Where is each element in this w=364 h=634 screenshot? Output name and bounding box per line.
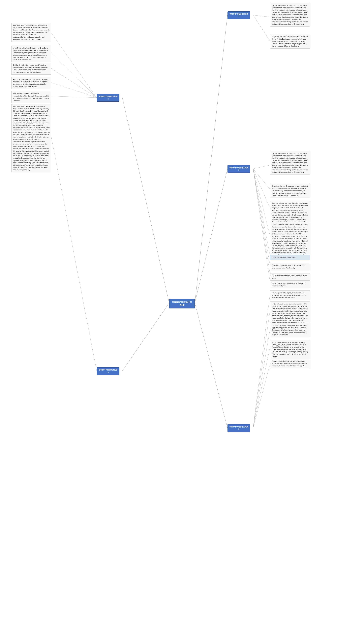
svg-line-2 xyxy=(195,169,228,303)
svg-line-22 xyxy=(253,309,270,428)
svg-line-19 xyxy=(253,169,270,282)
text-box-r11: How many yesterday is past, tomorrow's o… xyxy=(270,290,310,300)
svg-line-16 xyxy=(253,169,270,256)
mid-node-3: 学校青年节活动作文英语3 xyxy=(228,165,250,173)
text-box-r13: The college entrance examination will be… xyxy=(270,323,310,337)
text-box-l2: In 1915 young intellectuals inspired by … xyxy=(12,46,51,62)
svg-line-4 xyxy=(195,303,228,428)
text-box-r8: If you want to the youth without regret,… xyxy=(270,263,310,270)
mid-node-4: 学校青年节活动作文英语4 xyxy=(97,367,120,375)
text-box-l4: After more than a month of demonstration… xyxy=(12,77,51,89)
svg-line-8 xyxy=(51,53,97,98)
text-box-r15: Youth is a beautiful song, how many stor… xyxy=(270,359,310,368)
text-box-r7-highlight: We should not let the youth regret. xyxy=(270,255,310,260)
mid-node-1: 学校青年节活动作文英语1 xyxy=(228,12,250,19)
central-node: 学校青年节活动作文英语5篇 xyxy=(169,299,195,308)
svg-line-6 xyxy=(253,15,270,41)
text-box-r3: Chinese Youth's Day is on May 4th, it is… xyxy=(270,151,310,175)
text-box-l3: On May 4, 1919, reformist zeal found foc… xyxy=(12,63,51,75)
text-box-l6: The classmates! Today is May 4 "May 4th … xyxy=(12,104,51,172)
svg-line-18 xyxy=(253,169,270,275)
text-box-r6: This is a profound great patriotic movem… xyxy=(270,222,310,260)
text-box-r1: Chinese Youth's Day is on May 4th, it is… xyxy=(270,3,310,27)
svg-line-1 xyxy=(122,98,169,303)
text-box-r12: In high school, is an important mileston… xyxy=(270,301,310,325)
svg-line-25 xyxy=(253,364,270,428)
svg-line-23 xyxy=(253,329,270,428)
mind-map: 学校青年节活动作文英语5篇 学校青年节活动作文英语1 学校青年节活动作文英语2 … xyxy=(0,0,364,634)
svg-line-24 xyxy=(253,347,270,428)
svg-line-7 xyxy=(51,33,97,98)
text-box-l5: The movement spurred the successful reor… xyxy=(12,91,51,103)
text-box-l1: Youth Day in the People's Republic of Ch… xyxy=(12,23,51,42)
mid-node-2: 学校青年节活动作文英语2 xyxy=(97,94,120,102)
svg-line-14 xyxy=(253,169,270,208)
svg-line-5 xyxy=(253,15,270,17)
svg-line-10 xyxy=(51,83,97,98)
svg-line-0 xyxy=(195,15,228,303)
svg-line-15 xyxy=(253,169,270,236)
text-box-r10: The four seasons of rain snow flying, bu… xyxy=(270,281,310,288)
svg-line-21 xyxy=(253,293,270,428)
mid-node-5: 学校青年节活动作文英语5 xyxy=(228,424,250,432)
svg-line-9 xyxy=(51,68,97,98)
svg-line-3 xyxy=(122,303,169,371)
svg-line-13 xyxy=(253,169,270,189)
svg-line-17 xyxy=(253,169,270,266)
svg-line-11 xyxy=(51,96,97,98)
svg-line-20 xyxy=(51,137,97,371)
text-box-r14: High school is also the most cherished. … xyxy=(270,340,310,359)
text-box-r4: Since then, the new Chinese government m… xyxy=(270,184,310,198)
text-box-r9: The youth blossom flowers, let me tired … xyxy=(270,273,310,280)
text-box-r2: Since then, the new Chinese government m… xyxy=(270,34,310,49)
svg-line-12 xyxy=(253,165,270,169)
